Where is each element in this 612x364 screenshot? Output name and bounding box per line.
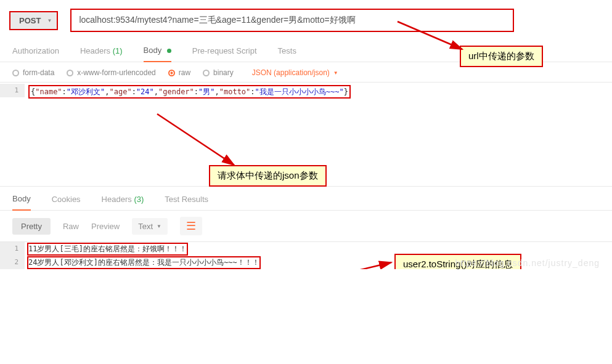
annotation-json-params: 请求体中传递的json参数 [209,165,327,187]
tab-tests[interactable]: Tests [278,42,296,62]
url-text: localhost:9534/mytest4?name=三毛&age=11&ge… [79,15,355,25]
wrap-lines-icon[interactable]: ☰ [180,217,202,235]
view-pretty-button[interactable]: Pretty [12,218,51,235]
http-method-dropdown[interactable]: POST [9,11,58,30]
view-preview-button[interactable]: Preview [91,222,120,231]
radio-icon [12,70,19,76]
dot-icon [167,49,171,53]
radio-urlencoded[interactable]: x-www-form-urlencoded [67,68,155,77]
radio-form-data[interactable]: form-data [12,68,54,77]
radio-icon [203,70,210,76]
res-tab-body[interactable]: Body [12,190,31,211]
response-format-dropdown[interactable]: Text [132,218,168,235]
radio-icon [168,70,175,76]
res-tab-cookies[interactable]: Cookies [52,191,81,210]
tab-body[interactable]: Body [144,42,171,62]
request-body-editor[interactable]: 1 {"name":"邓沙利文","age":"24","gender":"男"… [0,83,612,100]
line-number: 2 [0,256,25,269]
line-number: 1 [0,242,25,256]
url-input[interactable]: localhost:9534/mytest4?name=三毛&age=11&ge… [70,9,514,32]
radio-raw[interactable]: raw [168,68,190,77]
method-value: POST [19,16,41,25]
response-view-row: Pretty Raw Preview Text ☰ [0,211,612,242]
line-number: 1 [0,84,25,97]
tab-pre-request[interactable]: Pre-request Script [192,42,257,62]
res-tab-test-results[interactable]: Test Results [165,191,208,210]
response-line-1: 11岁男人[三毛]的座右铭居然是：好饿啊！！！ [27,243,188,256]
json-body: {"name":"邓沙利文","age":"24","gender":"男","… [28,85,351,99]
response-tabs: Body Cookies Headers (3) Test Results [0,187,612,211]
annotation-url-params: url中传递的参数 [460,46,543,67]
res-tab-headers[interactable]: Headers (3) [102,191,144,210]
radio-icon [67,70,73,76]
tab-authorization[interactable]: Authorization [12,42,59,62]
view-raw-button[interactable]: Raw [63,222,79,231]
tab-headers[interactable]: Headers (1) [80,42,123,62]
radio-binary[interactable]: binary [203,68,234,77]
content-type-dropdown[interactable]: JSON (application/json) [252,68,338,77]
response-line-2: 24岁男人[邓沙利文]的座右铭居然是：我是一只小小小小鸟~~~！！！ [27,256,261,269]
watermark: https://blog.csdn.net/justry_deng [455,258,600,268]
